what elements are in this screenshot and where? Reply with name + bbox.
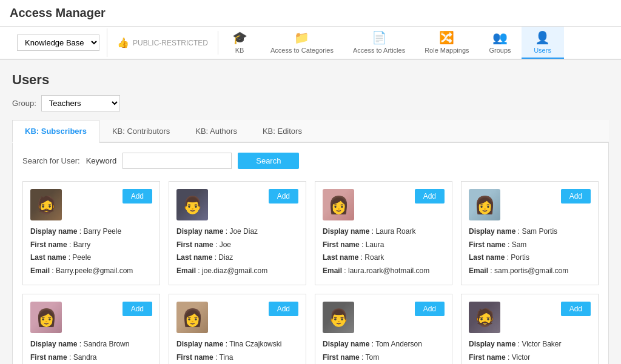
avatar-face-barry: 🧔 — [30, 189, 62, 220]
page-title: Users — [12, 72, 609, 88]
subtab-editors[interactable]: KB: Editors — [250, 120, 315, 143]
add-user-button-joe[interactable]: Add — [269, 189, 298, 204]
tab-role-mappings[interactable]: 🔀 Role Mappings — [415, 27, 478, 59]
nav-bar: Knowledge Base 👍 PUBLIC-RESTRICTED 🎓 KB … — [0, 27, 621, 60]
users-grid: 🧔 Add Display name : Barry Peele First n… — [22, 181, 599, 364]
user-display-name-joe: Display name : Joe Diaz — [176, 225, 298, 239]
user-display-name-sam: Display name : Sam Portis — [469, 225, 591, 239]
user-avatar-tina: 👩 — [176, 302, 208, 333]
role-mappings-icon: 🔀 — [439, 30, 454, 45]
user-avatar-joe: 👨 — [176, 189, 208, 220]
group-label: Group: — [12, 99, 36, 108]
user-card-top: 👨 Add — [176, 189, 298, 220]
user-info-tom: Display name : Tom Anderson First name :… — [323, 338, 445, 364]
nav-tabs: 🎓 KB 📁 Access to Categories 📄 Access to … — [218, 27, 564, 59]
user-first-name-tom: First name : Tom — [323, 351, 445, 364]
user-display-name-laura: Display name : Laura Roark — [323, 225, 445, 239]
tab-articles-label: Access to Articles — [353, 47, 405, 54]
user-card-top: 👩 Add — [323, 189, 445, 220]
user-avatar-sandra: 👩 — [30, 302, 62, 333]
tab-articles[interactable]: 📄 Access to Articles — [343, 27, 415, 59]
categories-icon: 📁 — [294, 30, 309, 45]
user-last-name-joe: Last name : Diaz — [176, 251, 298, 265]
tab-kb-label: KB — [235, 47, 244, 54]
user-avatar-tom: 👨 — [323, 302, 354, 333]
keyword-label: Keyword — [86, 156, 117, 165]
kb-status: 👍 PUBLIC-RESTRICTED — [107, 31, 218, 55]
user-display-name-tom: Display name : Tom Anderson — [323, 338, 445, 351]
avatar-face-laura: 👩 — [323, 189, 354, 220]
tab-categories[interactable]: 📁 Access to Categories — [261, 27, 343, 59]
user-card-sandra: 👩 Add Display name : Sandra Brown First … — [22, 294, 160, 364]
thumb-icon: 👍 — [117, 37, 129, 48]
subtab-contributors[interactable]: KB: Contributors — [99, 120, 183, 143]
user-info-sam: Display name : Sam Portis First name : S… — [469, 225, 591, 277]
subtab-subscribers[interactable]: KB: Subscribers — [12, 120, 99, 143]
search-input[interactable] — [123, 153, 232, 169]
user-info-joe: Display name : Joe Diaz First name : Joe… — [176, 225, 298, 277]
add-user-button-laura[interactable]: Add — [415, 189, 445, 204]
groups-icon: 👥 — [492, 30, 508, 45]
page-content: Users Group: Teachers Students Admins KB… — [0, 60, 621, 364]
search-label: Search for User: — [22, 156, 80, 165]
group-dropdown[interactable]: Teachers Students Admins — [41, 95, 120, 111]
add-user-button-tina[interactable]: Add — [269, 302, 298, 316]
search-bar: Search for User: Keyword Search — [22, 153, 599, 169]
avatar-face-sam: 👩 — [469, 189, 500, 220]
user-card-barry: 🧔 Add Display name : Barry Peele First n… — [22, 181, 160, 285]
user-first-name-sandra: First name : Sandra — [30, 351, 152, 364]
user-email-barry: Email : Barry.peele@gmail.com — [30, 265, 152, 278]
user-info-tina: Display name : Tina Czajkowski First nam… — [176, 338, 298, 364]
kb-selector[interactable]: Knowledge Base — [10, 28, 107, 57]
user-first-name-laura: First name : Laura — [323, 239, 445, 252]
add-user-button-victor[interactable]: Add — [561, 302, 591, 316]
group-filter: Group: Teachers Students Admins — [12, 95, 609, 111]
user-card-top: 👩 Add — [469, 189, 591, 220]
user-info-victor: Display name : Victor Baker First name :… — [469, 338, 591, 364]
search-button[interactable]: Search — [238, 153, 299, 169]
user-first-name-barry: First name : Barry — [30, 239, 152, 252]
user-card-top: 🧔 Add — [30, 189, 152, 220]
tab-users-label: Users — [534, 47, 551, 54]
add-user-button-sam[interactable]: Add — [561, 189, 591, 204]
kb-icon: 🎓 — [232, 30, 247, 45]
user-email-sam: Email : sam.portis@gmail.com — [469, 265, 591, 278]
user-email-laura: Email : laura.roark@hotmail.com — [323, 265, 445, 278]
tab-categories-label: Access to Categories — [270, 47, 334, 54]
user-card-sam: 👩 Add Display name : Sam Portis First na… — [461, 181, 599, 285]
tab-kb[interactable]: 🎓 KB — [218, 27, 261, 59]
user-display-name-barry: Display name : Barry Peele — [30, 225, 152, 239]
add-user-button-sandra[interactable]: Add — [123, 302, 152, 316]
user-avatar-laura: 👩 — [323, 189, 354, 220]
user-card-top: 👩 Add — [176, 302, 298, 333]
user-avatar-victor: 🧔 — [469, 302, 500, 333]
user-info-sandra: Display name : Sandra Brown First name :… — [30, 338, 152, 364]
user-card-top: 👨 Add — [323, 302, 445, 333]
user-last-name-laura: Last name : Roark — [323, 251, 445, 265]
user-email-joe: Email : joe.diaz@gmail.com — [176, 265, 298, 278]
user-card-tina: 👩 Add Display name : Tina Czajkowski Fir… — [169, 294, 306, 364]
user-first-name-tina: First name : Tina — [176, 351, 298, 364]
tab-groups-label: Groups — [489, 47, 511, 54]
tab-groups[interactable]: 👥 Groups — [479, 27, 522, 59]
user-last-name-sam: Last name : Portis — [469, 251, 591, 265]
avatar-face-tom: 👨 — [323, 302, 354, 333]
kb-dropdown[interactable]: Knowledge Base — [17, 35, 99, 51]
app-title: Access Manager — [10, 6, 611, 20]
user-card-top: 🧔 Add — [469, 302, 591, 333]
user-card-top: 👩 Add — [30, 302, 152, 333]
articles-icon: 📄 — [372, 30, 387, 45]
tab-users[interactable]: 👤 Users — [522, 27, 564, 59]
user-card-laura: 👩 Add Display name : Laura Roark First n… — [315, 181, 452, 285]
add-user-button-barry[interactable]: Add — [123, 189, 152, 204]
user-card-tom: 👨 Add Display name : Tom Anderson First … — [315, 294, 452, 364]
app-header: Access Manager — [0, 0, 621, 27]
tab-role-mappings-label: Role Mappings — [425, 47, 469, 54]
user-first-name-sam: First name : Sam — [469, 239, 591, 252]
user-last-name-barry: Last name : Peele — [30, 251, 152, 265]
subtab-authors[interactable]: KB: Authors — [183, 120, 250, 143]
add-user-button-tom[interactable]: Add — [415, 302, 445, 316]
user-avatar-barry: 🧔 — [30, 189, 62, 220]
user-display-name-victor: Display name : Victor Baker — [469, 338, 591, 351]
avatar-face-sandra: 👩 — [30, 302, 62, 333]
